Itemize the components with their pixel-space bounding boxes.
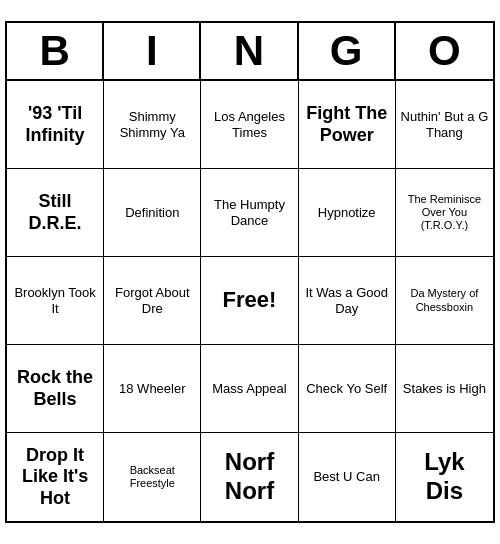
bingo-cell-9: The Reminisce Over You (T.R.O.Y.) xyxy=(396,169,493,257)
bingo-cell-1: Shimmy Shimmy Ya xyxy=(104,81,201,169)
bingo-letter-o: O xyxy=(396,23,493,79)
bingo-cell-14: Da Mystery of Chessboxin xyxy=(396,257,493,345)
bingo-letter-i: I xyxy=(104,23,201,79)
bingo-cell-13: It Was a Good Day xyxy=(299,257,396,345)
bingo-cell-12: Free! xyxy=(201,257,298,345)
bingo-letter-n: N xyxy=(201,23,298,79)
bingo-header: BINGO xyxy=(7,23,493,81)
bingo-cell-3: Fight The Power xyxy=(299,81,396,169)
bingo-cell-15: Rock the Bells xyxy=(7,345,104,433)
bingo-cell-18: Check Yo Self xyxy=(299,345,396,433)
bingo-cell-11: Forgot About Dre xyxy=(104,257,201,345)
bingo-cell-8: Hypnotize xyxy=(299,169,396,257)
bingo-cell-4: Nuthin' But a G Thang xyxy=(396,81,493,169)
bingo-cell-16: 18 Wheeler xyxy=(104,345,201,433)
bingo-cell-6: Definition xyxy=(104,169,201,257)
bingo-cell-2: Los Angeles Times xyxy=(201,81,298,169)
bingo-cell-20: Drop It Like It's Hot xyxy=(7,433,104,521)
bingo-letter-b: B xyxy=(7,23,104,79)
bingo-cell-10: Brooklyn Took It xyxy=(7,257,104,345)
bingo-cell-0: '93 'Til Infinity xyxy=(7,81,104,169)
bingo-grid: '93 'Til InfinityShimmy Shimmy YaLos Ang… xyxy=(7,81,493,521)
bingo-cell-24: LykDis xyxy=(396,433,493,521)
bingo-cell-23: Best U Can xyxy=(299,433,396,521)
bingo-card: BINGO '93 'Til InfinityShimmy Shimmy YaL… xyxy=(5,21,495,523)
bingo-cell-19: Stakes is High xyxy=(396,345,493,433)
bingo-cell-17: Mass Appeal xyxy=(201,345,298,433)
bingo-cell-22: NorfNorf xyxy=(201,433,298,521)
bingo-cell-21: Backseat Freestyle xyxy=(104,433,201,521)
bingo-cell-5: Still D.R.E. xyxy=(7,169,104,257)
bingo-letter-g: G xyxy=(299,23,396,79)
bingo-cell-7: The Humpty Dance xyxy=(201,169,298,257)
